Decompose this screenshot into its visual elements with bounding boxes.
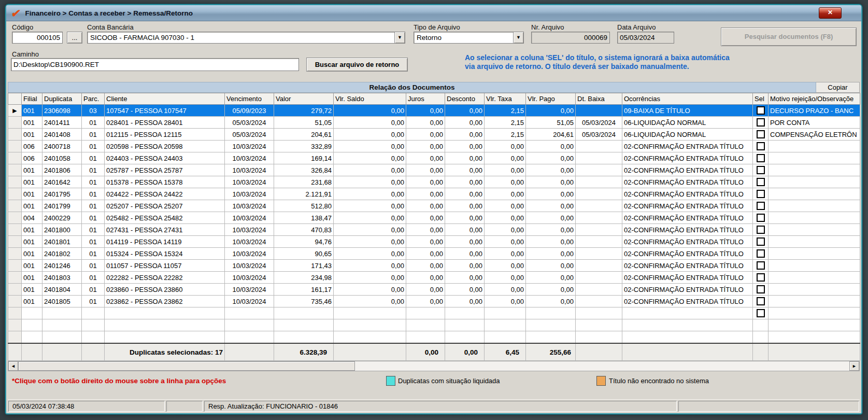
table-row[interactable]: 001 2401803 01 022282 - PESSOA 22282 10/…	[8, 272, 860, 284]
sel-checkbox[interactable]	[757, 261, 765, 270]
sel-checkbox[interactable]	[757, 226, 765, 234]
scrollbar-thumb[interactable]	[18, 361, 355, 371]
row-indicator	[8, 331, 22, 344]
table-row[interactable]: 001 2401246 01 011057 - PESSOA 11057 10/…	[8, 260, 860, 272]
cell-desconto: 0,00	[445, 224, 485, 236]
sel-checkbox[interactable]	[757, 285, 765, 293]
tipo-dropdown-arrow-icon[interactable]: ▼	[513, 32, 523, 43]
table-row[interactable]: 001 2401801 01 014119 - PESSOA 14119 10/…	[8, 236, 860, 248]
sel-checkbox[interactable]	[757, 273, 765, 282]
scroll-right-arrow-icon[interactable]: ►	[849, 361, 859, 371]
table-row[interactable]: 001 2401799 01 025207 - PESSOA 25207 10/…	[8, 200, 860, 212]
row-indicator	[8, 260, 22, 272]
grid-titlebar: Relação dos Documentos Copiar	[8, 82, 860, 93]
conta-bancaria-select[interactable]: SICOOB - FARMACIA 907030 - 1 ▼	[87, 32, 405, 44]
buscar-arquivo-button[interactable]: Buscar arquivo de retorno	[306, 58, 408, 72]
col-header-vencimento[interactable]: Vencimento	[225, 93, 274, 105]
cell-juros: 0,00	[406, 176, 445, 188]
data-arquivo-input[interactable]	[617, 32, 674, 44]
cell-vencimento: 10/03/2024	[225, 260, 274, 272]
cell-vlr-pago	[526, 331, 576, 344]
table-row[interactable]: ▶ 001 2306098 03 107547 - PESSOA 107547 …	[8, 105, 860, 117]
cell-vlr-taxa: 0,00	[485, 152, 526, 164]
cell-dt-baixa	[576, 272, 622, 284]
cell-motivo	[769, 296, 860, 307]
sel-checkbox[interactable]	[757, 237, 765, 246]
col-header-duplicata[interactable]: Duplicata	[42, 93, 82, 105]
cell-dt-baixa	[576, 105, 622, 117]
table-row[interactable]	[8, 307, 860, 319]
close-button[interactable]: ✕	[819, 7, 842, 19]
scrollbar-track[interactable]	[355, 361, 849, 371]
table-row[interactable]: 001 2401795 01 024422 - PESSOA 24422 10/…	[8, 188, 860, 200]
col-header-motivo[interactable]: Motivo rejeição/Observaçõe	[769, 93, 860, 105]
col-header-vlr-saldo[interactable]: Vlr. Saldo	[334, 93, 406, 105]
table-row[interactable]	[8, 331, 860, 344]
tipo-arquivo-select[interactable]: Retorno ▼	[414, 32, 524, 44]
col-header-sel[interactable]: Sel	[753, 93, 769, 105]
col-header-cliente[interactable]: Cliente	[105, 93, 225, 105]
cell-cliente: 020598 - PESSOA 20598	[105, 141, 225, 152]
table-row[interactable]: 004 2400229 01 025482 - PESSOA 25482 10/…	[8, 212, 860, 224]
table-row[interactable]: 001 2401408 01 012115 - PESSOA 12115 05/…	[8, 129, 860, 141]
sel-checkbox[interactable]	[757, 202, 765, 210]
cell-dt-baixa	[576, 296, 622, 307]
status-datetime: 05/03/2024 07:38:48	[8, 401, 165, 412]
sel-checkbox[interactable]	[757, 297, 765, 305]
table-row[interactable]: 001 2401804 01 023860 - PESSOA 23860 10/…	[8, 284, 860, 296]
sel-checkbox[interactable]	[757, 214, 765, 222]
col-header-filial[interactable]: Filial	[22, 93, 42, 105]
col-header-ocorrencias[interactable]: Ocorrências	[622, 93, 753, 105]
sel-checkbox[interactable]	[757, 309, 765, 317]
table-row[interactable]: 006 2401058 01 024403 - PESSOA 24403 10/…	[8, 152, 860, 164]
table-row[interactable]: 001 2401642 01 015378 - PESSOA 15378 10/…	[8, 176, 860, 188]
table-row[interactable]: 001 2401411 01 028401 - PESSOA 28401 05/…	[8, 117, 860, 129]
col-header-desconto[interactable]: Desconto	[445, 93, 485, 105]
cell-vencimento: 05/03/2024	[225, 129, 274, 141]
sel-checkbox[interactable]	[757, 142, 765, 150]
copiar-button[interactable]: Copiar	[816, 82, 860, 93]
col-header-valor[interactable]: Valor	[274, 93, 334, 105]
col-header-parc[interactable]: Parc.	[82, 93, 105, 105]
sel-checkbox[interactable]	[757, 249, 765, 258]
sel-checkbox[interactable]	[757, 190, 765, 198]
cell-filial: 001	[22, 248, 42, 260]
conta-dropdown-arrow-icon[interactable]: ▼	[394, 32, 405, 43]
sel-checkbox[interactable]	[757, 106, 765, 115]
col-header-vlr-pago[interactable]: Vlr. Pago	[526, 93, 576, 105]
cell-sel	[753, 188, 769, 200]
horizontal-scrollbar[interactable]: ◄ ►	[8, 361, 860, 371]
nr-arquivo-input[interactable]	[531, 32, 610, 44]
table-row[interactable]: 001 2401806 01 025787 - PESSOA 25787 10/…	[8, 164, 860, 176]
caminho-input[interactable]	[11, 58, 299, 71]
table-row[interactable]: 001 2401805 01 023862 - PESSOA 23862 10/…	[8, 296, 860, 307]
cell-duplicata: 2401799	[42, 200, 82, 212]
sel-checkbox[interactable]	[757, 166, 765, 174]
table-row[interactable]: 001 2401800 01 027431 - PESSOA 27431 10/…	[8, 224, 860, 236]
cell-vlr-taxa: 0,00	[485, 296, 526, 307]
sel-checkbox[interactable]	[757, 118, 765, 127]
scroll-left-arrow-icon[interactable]: ◄	[8, 361, 18, 371]
cell-vlr-taxa: 0,00	[485, 200, 526, 212]
table-row[interactable]: 006 2400718 01 020598 - PESSOA 20598 10/…	[8, 141, 860, 152]
cell-desconto: 0,00	[445, 117, 485, 129]
cell-vlr-saldo: 0,00	[334, 236, 406, 248]
cell-ocorrencias: 02-CONFIRMAÇÃO ENTRADA TÍTULO	[622, 248, 753, 260]
col-header-juros[interactable]: Juros	[406, 93, 445, 105]
cell-cliente: 023860 - PESSOA 23860	[105, 284, 225, 296]
codigo-input[interactable]	[12, 32, 63, 44]
pesquisar-documentos-button[interactable]: Pesquisar documentos (F8)	[721, 27, 857, 46]
col-header-dt-baixa[interactable]: Dt. Baixa	[576, 93, 622, 105]
sel-checkbox[interactable]	[757, 130, 765, 138]
cell-motivo	[769, 272, 860, 284]
sel-checkbox[interactable]	[757, 178, 765, 186]
cell-vlr-saldo: 0,00	[334, 260, 406, 272]
table-row[interactable]: 001 2401802 01 015324 - PESSOA 15324 10/…	[8, 248, 860, 260]
cell-valor: 90,65	[274, 248, 334, 260]
sel-checkbox[interactable]	[757, 154, 765, 162]
browse-button[interactable]: ...	[67, 32, 82, 44]
cell-valor	[274, 307, 334, 319]
table-row[interactable]	[8, 319, 860, 331]
col-header-vlr-taxa[interactable]: Vlr. Taxa	[485, 93, 526, 105]
cell-filial	[22, 319, 42, 331]
